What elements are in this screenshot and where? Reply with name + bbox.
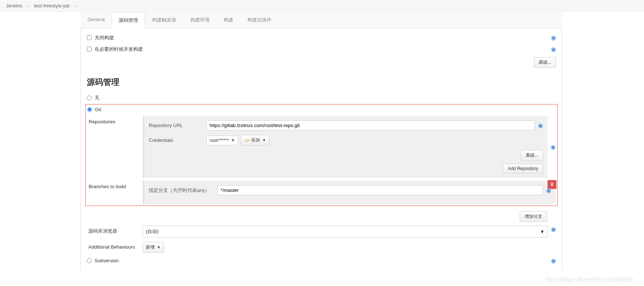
scm-none-radio[interactable] xyxy=(87,96,92,100)
disable-build-label: 关闭构建 xyxy=(95,34,548,41)
chevron-down-icon: ▼ xyxy=(157,245,161,249)
help-icon[interactable]: ◉ xyxy=(551,226,556,233)
help-icon[interactable]: ◉ xyxy=(551,34,556,41)
repo-advanced-button[interactable]: 高级... xyxy=(521,150,543,161)
concurrent-build-checkbox[interactable] xyxy=(87,47,92,51)
credentials-select[interactable]: root/******▼ xyxy=(206,136,238,145)
tab-triggers[interactable]: 构建触发器 xyxy=(145,12,183,28)
browser-label: 源码库浏览器 xyxy=(87,226,142,237)
chevron-down-icon: ▼ xyxy=(231,138,235,142)
scm-subversion-radio[interactable] xyxy=(87,258,92,263)
git-highlight-box: Git Repositories Repository URL ◉ Creden… xyxy=(85,104,558,206)
branch-spec-input[interactable] xyxy=(217,185,543,195)
breadcrumb-root[interactable]: Jenkins xyxy=(6,3,22,9)
config-tabs: General 源码管理 构建触发器 构建环境 构建 构建后操作 xyxy=(80,12,562,28)
breadcrumb-sep-icon: › xyxy=(75,3,76,9)
help-icon[interactable]: ◉ xyxy=(538,122,543,129)
chevron-down-icon: ▼ xyxy=(262,138,266,142)
concurrent-build-label: 在必要的时候并发构建 xyxy=(95,46,548,53)
repo-url-label: Repository URL xyxy=(149,123,206,128)
breadcrumb-sep-icon: › xyxy=(27,3,29,9)
repositories-label: Repositories xyxy=(87,116,143,178)
breadcrumb-job[interactable]: test-freestyle-job xyxy=(34,3,70,9)
tab-postbuild[interactable]: 构建后操作 xyxy=(240,12,279,28)
scm-subversion-label: Subversion xyxy=(95,258,548,263)
chevron-down-icon: ▼ xyxy=(540,229,545,235)
help-icon[interactable]: ◉ xyxy=(551,143,556,150)
additional-add-button[interactable]: 新增▼ xyxy=(142,242,164,253)
additional-label: Additional Behaviours xyxy=(87,242,142,253)
add-branch-button[interactable]: 增加分支 xyxy=(520,211,547,222)
tab-scm[interactable]: 源码管理 xyxy=(112,12,145,28)
repositories-panel: Repository URL ◉ Credentials root/******… xyxy=(143,116,548,178)
advanced-button[interactable]: 高级... xyxy=(534,57,556,68)
scm-none-label: 无 xyxy=(95,94,99,101)
add-credentials-button[interactable]: 添加 ▼ xyxy=(241,135,269,146)
scm-git-radio[interactable] xyxy=(87,107,92,112)
disable-build-checkbox[interactable] xyxy=(87,35,92,40)
breadcrumb: Jenkins › test-freestyle-job › xyxy=(0,0,644,12)
scm-git-label: Git xyxy=(95,107,101,112)
help-icon[interactable]: ◉ xyxy=(551,257,556,264)
browser-select[interactable]: (自动) ▼ xyxy=(142,226,548,237)
repo-url-input[interactable] xyxy=(206,120,535,130)
delete-branch-button[interactable]: X xyxy=(548,180,556,189)
tab-build[interactable]: 构建 xyxy=(217,12,240,28)
branch-spec-label: 指定分支（为空时代表any） xyxy=(149,187,217,194)
scm-heading: 源码管理 xyxy=(85,70,558,92)
help-icon[interactable]: ◉ xyxy=(551,46,556,53)
add-repository-button[interactable]: Add Repository xyxy=(503,164,543,173)
tab-environment[interactable]: 构建环境 xyxy=(183,12,217,28)
key-icon xyxy=(244,139,250,142)
credentials-label: Credentials xyxy=(149,137,206,143)
branches-panel: X 指定分支（为空时代表any） ◉ xyxy=(143,181,556,204)
branches-label: Branches to build xyxy=(87,181,143,204)
tab-general[interactable]: General xyxy=(80,12,112,28)
